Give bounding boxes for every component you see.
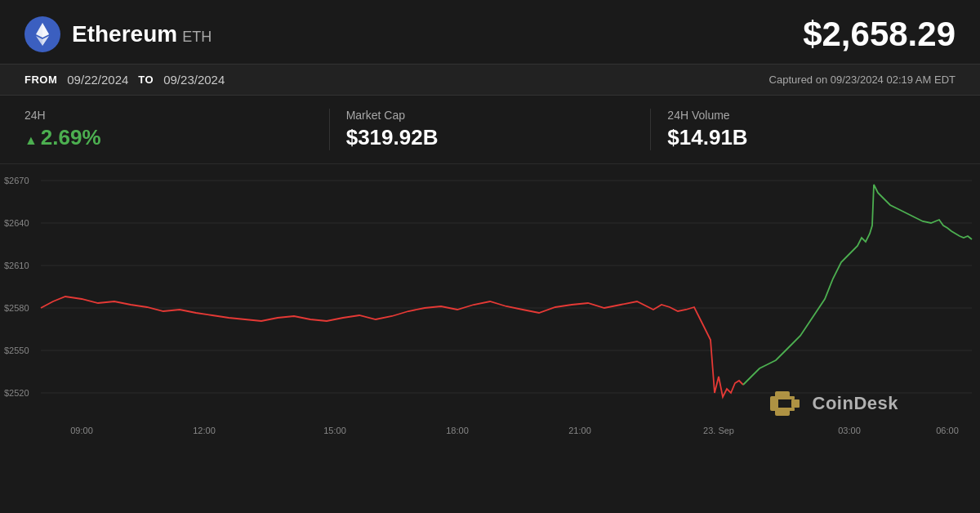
svg-rect-31 — [791, 399, 800, 408]
svg-text:12:00: 12:00 — [193, 426, 216, 435]
svg-text:$2550: $2550 — [4, 346, 29, 355]
svg-text:06:00: 06:00 — [936, 426, 959, 435]
current-price: $2,658.29 — [803, 15, 956, 54]
market-cap-value: $319.92B — [346, 125, 635, 150]
coindesk-logo-icon — [768, 390, 806, 417]
volume-value: $14.91B — [667, 125, 956, 150]
svg-text:09:00: 09:00 — [70, 426, 93, 435]
volume-label: 24H Volume — [667, 109, 956, 122]
stat-divider-2 — [650, 109, 651, 150]
svg-text:21:00: 21:00 — [568, 426, 591, 435]
red-price-line — [41, 297, 743, 397]
page-header: EthereumETH $2,658.29 — [0, 0, 980, 65]
change-value: ▲2.69% — [24, 125, 313, 150]
svg-text:$2580: $2580 — [4, 303, 29, 313]
svg-rect-30 — [786, 408, 795, 411]
green-price-line — [743, 185, 972, 385]
svg-text:03:00: 03:00 — [838, 426, 861, 435]
captured-text: Captured on 09/23/2024 02:19 AM EDT — [769, 74, 956, 86]
svg-rect-32 — [780, 399, 791, 408]
stats-row: 24H ▲2.69% Market Cap $319.92B 24H Volum… — [0, 96, 980, 164]
change-label: 24H — [24, 109, 313, 122]
svg-text:18:00: 18:00 — [446, 426, 469, 435]
coindesk-watermark: CoinDesk — [768, 390, 898, 417]
to-label: TO — [138, 74, 154, 86]
coin-identity: EthereumETH — [24, 16, 212, 52]
market-cap-label: Market Cap — [346, 109, 635, 122]
coin-ticker: ETH — [182, 29, 212, 45]
svg-text:$2610: $2610 — [4, 261, 29, 270]
svg-text:$2670: $2670 — [4, 176, 29, 185]
coin-name-group: EthereumETH — [72, 21, 212, 47]
coin-name: Ethereum — [72, 21, 177, 47]
stat-volume: 24H Volume $14.91B — [667, 109, 956, 150]
change-percent: 2.69% — [41, 125, 101, 149]
svg-rect-29 — [786, 396, 795, 399]
date-range-bar: FROM 09/22/2024 TO 09/23/2024 Captured o… — [0, 65, 980, 96]
coindesk-label: CoinDesk — [813, 393, 898, 414]
stat-24h-change: 24H ▲2.69% — [24, 109, 313, 150]
date-range-left: FROM 09/22/2024 TO 09/23/2024 — [24, 73, 225, 87]
svg-text:$2520: $2520 — [4, 388, 29, 398]
chart-area: $2670 $2640 $2610 $2580 $2550 $2520 09:0… — [0, 164, 980, 442]
stat-market-cap: Market Cap $319.92B — [346, 109, 635, 150]
from-date: 09/22/2024 — [67, 73, 128, 87]
stat-divider-1 — [329, 109, 330, 150]
from-label: FROM — [24, 74, 57, 86]
svg-text:23. Sep: 23. Sep — [703, 426, 734, 435]
to-date: 09/23/2024 — [163, 73, 225, 87]
eth-logo-icon — [24, 16, 60, 52]
change-arrow-icon: ▲ — [24, 133, 38, 147]
svg-text:$2640: $2640 — [4, 218, 29, 228]
svg-text:15:00: 15:00 — [323, 426, 346, 435]
